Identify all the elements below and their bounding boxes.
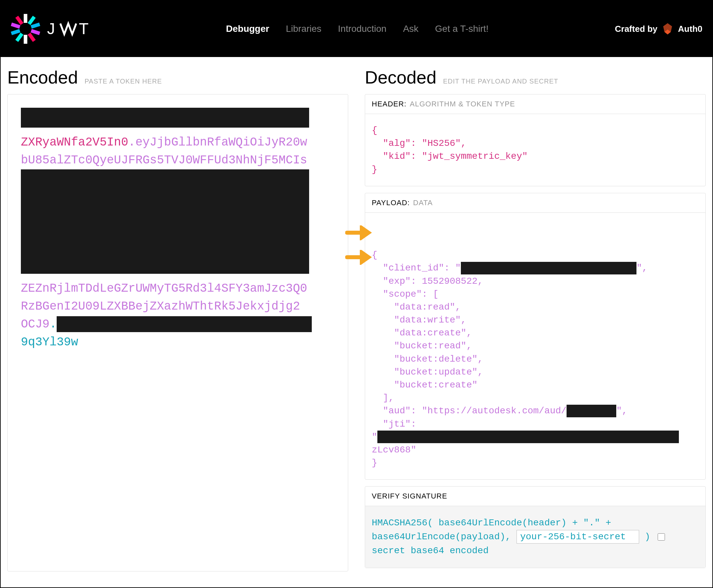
svg-rect-9 <box>15 16 23 25</box>
auth0-label: Auth0 <box>678 24 703 34</box>
jti-suffix: zLcv868 <box>372 445 411 455</box>
sig-line1: HMACSHA256( <box>372 518 433 528</box>
signature-label: VERIFY SIGNATURE <box>372 492 447 501</box>
decoded-header-section: HEADER: ALGORITHM & TOKEN TYPE { "alg": … <box>365 94 706 186</box>
jwt-logo-text: J T <box>47 19 100 39</box>
svg-rect-7 <box>11 23 21 29</box>
nav-ask[interactable]: Ask <box>403 23 418 34</box>
svg-rect-6 <box>30 29 40 35</box>
redacted-block <box>461 262 636 274</box>
logo-area: J T <box>10 14 100 44</box>
svg-rect-8 <box>27 33 36 42</box>
jwt-logo-icon <box>10 14 40 44</box>
svg-rect-2 <box>27 16 36 25</box>
secret-checkbox-label: secret base64 encoded <box>372 546 489 556</box>
decoded-header-bar: HEADER: ALGORITHM & TOKEN TYPE <box>365 94 705 114</box>
encoded-payload-part: bU85alZTc0QyeUJFRGs5TVJ0WFFUd3NhNjF5MCIs <box>21 153 307 167</box>
redacted-block <box>377 430 679 443</box>
encoded-header-part: ZXRyaWNfa2V5In0 <box>21 135 128 149</box>
jti-key: "jti" <box>383 419 411 429</box>
decoded-subtitle: EDIT THE PAYLOAD AND SECRET <box>443 78 558 85</box>
crafted-by-label: Crafted by <box>615 24 658 34</box>
scope-value: data:create <box>399 328 461 338</box>
encoded-sig-dot: . <box>49 317 57 331</box>
scope-value: bucket:update <box>399 367 472 377</box>
auth0-icon <box>661 23 674 35</box>
redacted-block <box>21 108 309 128</box>
scope-key: "scope" <box>383 289 422 299</box>
svg-rect-4 <box>30 23 40 29</box>
payload-header-bar: PAYLOAD: DATA <box>365 193 705 213</box>
decoded-title-text: Decoded <box>365 67 436 87</box>
secret-base64-checkbox[interactable] <box>658 533 665 541</box>
decoded-column: Decoded EDIT THE PAYLOAD AND SECRET HEAD… <box>365 67 706 575</box>
sig-line4: ) <box>645 532 650 542</box>
payload-label: PAYLOAD: <box>372 198 410 207</box>
svg-rect-5 <box>11 29 21 35</box>
header-json[interactable]: { "alg": "HS256", "kid": "jwt_symmetric_… <box>365 114 705 186</box>
scope-value: bucket:read <box>399 341 461 351</box>
encoded-payload-part: OCJ9 <box>21 317 49 331</box>
encoded-title: Encoded PASTE A TOKEN HERE <box>7 67 348 87</box>
crafted-by: Crafted by Auth0 <box>615 23 703 35</box>
exp-key: "exp" <box>383 276 411 286</box>
svg-rect-3 <box>15 33 23 42</box>
encoded-payload-part: RzBGenI2U09LZXBBejZXazhWThtRk5Jekxjdjg2 <box>21 300 300 313</box>
redacted-block <box>21 169 309 274</box>
signature-body: HMACSHA256( base64UrlEncode(header) + ".… <box>365 506 705 568</box>
scope-value: bucket:delete <box>399 354 472 364</box>
signature-header-bar: VERIFY SIGNATURE <box>365 487 705 506</box>
arrow-icon <box>345 225 375 240</box>
secret-input[interactable] <box>517 530 639 544</box>
nav-introduction[interactable]: Introduction <box>338 23 386 34</box>
encoded-payload-part: .eyJjbGllbnRfaWQiOiJyR20w <box>128 135 307 149</box>
client-id-key: "client_id" <box>383 263 444 273</box>
redacted-block <box>57 316 312 332</box>
svg-text:T: T <box>79 20 89 38</box>
scope-value: bucket:create <box>399 380 472 390</box>
header-sublabel: ALGORITHM & TOKEN TYPE <box>410 100 515 108</box>
sig-line3: base64UrlEncode(payload), <box>372 532 511 542</box>
svg-rect-1 <box>24 35 27 44</box>
encoded-box[interactable]: ZXRyaWNfa2V5In0.eyJjbGllbnRfaWQiOiJyR20w… <box>7 94 348 571</box>
scope-value: data:write <box>399 315 455 325</box>
kid-value: jwt_symmetric_key <box>427 151 522 162</box>
nav-debugger[interactable]: Debugger <box>226 23 269 34</box>
exp-value: 1552908522 <box>422 276 477 286</box>
decoded-title: Decoded EDIT THE PAYLOAD AND SECRET <box>365 67 706 87</box>
arrow-icon <box>345 250 375 265</box>
encoded-column: Encoded PASTE A TOKEN HERE ZXRyaWNfa2V5I… <box>7 67 348 575</box>
top-header: J T Debugger Libraries Introduction Ask … <box>1 1 712 57</box>
payload-json[interactable]: { "client_id": "", "exp": 1552908522, "s… <box>365 213 705 480</box>
sig-line2: base64UrlEncode(header) + "." + <box>439 518 611 528</box>
scope-value: data:read <box>399 302 450 312</box>
svg-text:J: J <box>47 20 56 38</box>
aud-key: "aud" <box>383 406 411 416</box>
nav-tshirt[interactable]: Get a T-shirt! <box>435 23 488 34</box>
aud-value: https://autodesk.com/aud/ <box>427 406 566 416</box>
nav: Debugger Libraries Introduction Ask Get … <box>226 23 488 34</box>
encoded-payload-part: ZEZnRjlmTDdLeGZrUWMyTG5Rd3l4SFY3amJzc3Q0 <box>21 282 307 295</box>
redacted-block <box>566 405 616 417</box>
alg-value: HS256 <box>427 138 455 148</box>
nav-libraries[interactable]: Libraries <box>286 23 321 34</box>
svg-rect-0 <box>24 14 27 23</box>
header-label: HEADER: <box>372 100 407 108</box>
encoded-subtitle: PASTE A TOKEN HERE <box>85 78 162 85</box>
content: Encoded PASTE A TOKEN HERE ZXRyaWNfa2V5I… <box>1 57 712 585</box>
payload-sublabel: DATA <box>413 198 433 207</box>
encoded-sig-part: 9q3Yl39w <box>21 335 78 349</box>
signature-section: VERIFY SIGNATURE HMACSHA256( base64UrlEn… <box>365 486 706 568</box>
encoded-title-text: Encoded <box>7 67 78 87</box>
decoded-payload-section: PAYLOAD: DATA { "client_id": "", "exp": … <box>365 193 706 480</box>
encoded-content[interactable]: ZXRyaWNfa2V5In0.eyJjbGllbnRfaWQiOiJyR20w… <box>21 108 334 351</box>
